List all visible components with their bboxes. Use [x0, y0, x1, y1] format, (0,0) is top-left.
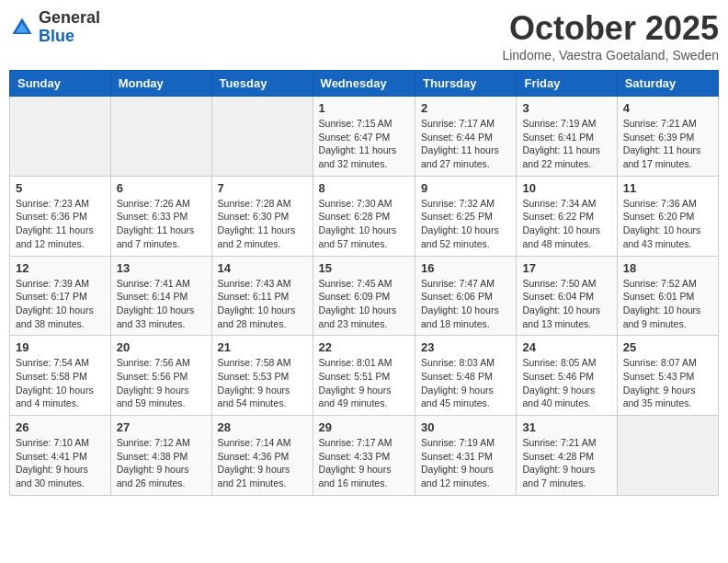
day-info: Sunrise: 8:07 AM Sunset: 5:43 PM Dayligh… [623, 356, 712, 410]
calendar-cell: 23Sunrise: 8:03 AM Sunset: 5:48 PM Dayli… [415, 336, 517, 416]
day-info: Sunrise: 7:39 AM Sunset: 6:17 PM Dayligh… [16, 277, 105, 331]
title-section: October 2025 Lindome, Vaestra Goetaland,… [502, 9, 719, 63]
calendar-week-row: 1Sunrise: 7:15 AM Sunset: 6:47 PM Daylig… [10, 97, 719, 177]
calendar-cell: 22Sunrise: 8:01 AM Sunset: 5:51 PM Dayli… [313, 336, 415, 416]
calendar-week-row: 5Sunrise: 7:23 AM Sunset: 6:36 PM Daylig… [10, 176, 719, 256]
day-number: 26 [16, 420, 105, 434]
calendar-cell: 11Sunrise: 7:36 AM Sunset: 6:20 PM Dayli… [617, 176, 718, 256]
day-number: 24 [522, 340, 610, 354]
day-number: 14 [218, 261, 307, 275]
calendar-cell: 12Sunrise: 7:39 AM Sunset: 6:17 PM Dayli… [10, 256, 111, 336]
day-info: Sunrise: 7:41 AM Sunset: 6:14 PM Dayligh… [117, 277, 206, 331]
calendar-cell: 1Sunrise: 7:15 AM Sunset: 6:47 PM Daylig… [313, 97, 415, 177]
day-info: Sunrise: 7:56 AM Sunset: 5:56 PM Dayligh… [117, 356, 206, 410]
logo-text: General Blue [39, 9, 100, 46]
day-info: Sunrise: 7:19 AM Sunset: 6:41 PM Dayligh… [522, 117, 610, 171]
day-number: 9 [421, 181, 510, 195]
day-info: Sunrise: 7:15 AM Sunset: 6:47 PM Dayligh… [319, 117, 409, 171]
day-number: 4 [623, 101, 712, 115]
day-number: 7 [218, 181, 307, 195]
day-info: Sunrise: 7:43 AM Sunset: 6:11 PM Dayligh… [218, 277, 307, 331]
calendar-cell [617, 416, 718, 496]
day-number: 20 [117, 340, 206, 354]
calendar-cell: 18Sunrise: 7:52 AM Sunset: 6:01 PM Dayli… [617, 256, 718, 336]
calendar-cell: 21Sunrise: 7:58 AM Sunset: 5:53 PM Dayli… [211, 336, 313, 416]
day-number: 29 [319, 420, 409, 434]
weekday-header-thursday: Thursday [415, 71, 517, 97]
day-number: 27 [117, 420, 206, 434]
weekday-header-saturday: Saturday [617, 71, 718, 97]
weekday-header-tuesday: Tuesday [211, 71, 313, 97]
calendar-header-row: SundayMondayTuesdayWednesdayThursdayFrid… [10, 71, 719, 97]
calendar-cell [10, 97, 111, 177]
calendar-cell: 14Sunrise: 7:43 AM Sunset: 6:11 PM Dayli… [211, 256, 313, 336]
day-number: 11 [623, 181, 712, 195]
calendar-cell: 8Sunrise: 7:30 AM Sunset: 6:28 PM Daylig… [313, 176, 415, 256]
calendar-cell: 25Sunrise: 8:07 AM Sunset: 5:43 PM Dayli… [617, 336, 718, 416]
calendar-cell: 24Sunrise: 8:05 AM Sunset: 5:46 PM Dayli… [517, 336, 617, 416]
calendar-cell: 5Sunrise: 7:23 AM Sunset: 6:36 PM Daylig… [10, 176, 111, 256]
weekday-header-wednesday: Wednesday [313, 71, 415, 97]
calendar-cell: 16Sunrise: 7:47 AM Sunset: 6:06 PM Dayli… [415, 256, 517, 336]
day-info: Sunrise: 8:05 AM Sunset: 5:46 PM Dayligh… [522, 356, 610, 410]
day-number: 22 [319, 340, 409, 354]
location-subtitle: Lindome, Vaestra Goetaland, Sweden [502, 48, 719, 63]
calendar-cell: 31Sunrise: 7:21 AM Sunset: 4:28 PM Dayli… [517, 416, 617, 496]
calendar-cell: 3Sunrise: 7:19 AM Sunset: 6:41 PM Daylig… [517, 97, 617, 177]
calendar-cell: 26Sunrise: 7:10 AM Sunset: 4:41 PM Dayli… [10, 416, 111, 496]
day-number: 25 [623, 340, 712, 354]
calendar-week-row: 19Sunrise: 7:54 AM Sunset: 5:58 PM Dayli… [10, 336, 719, 416]
day-info: Sunrise: 7:54 AM Sunset: 5:58 PM Dayligh… [16, 356, 105, 410]
calendar-cell [110, 97, 211, 177]
calendar-week-row: 26Sunrise: 7:10 AM Sunset: 4:41 PM Dayli… [10, 416, 719, 496]
day-number: 12 [16, 261, 105, 275]
day-number: 21 [218, 340, 307, 354]
day-number: 1 [319, 101, 409, 115]
logo: General Blue [9, 9, 100, 46]
calendar-cell: 10Sunrise: 7:34 AM Sunset: 6:22 PM Dayli… [517, 176, 617, 256]
calendar-cell: 4Sunrise: 7:21 AM Sunset: 6:39 PM Daylig… [617, 97, 718, 177]
day-info: Sunrise: 8:01 AM Sunset: 5:51 PM Dayligh… [319, 356, 409, 410]
day-info: Sunrise: 7:14 AM Sunset: 4:36 PM Dayligh… [218, 436, 307, 490]
day-number: 13 [117, 261, 206, 275]
weekday-header-friday: Friday [517, 71, 617, 97]
logo-icon [9, 15, 35, 40]
day-info: Sunrise: 7:17 AM Sunset: 6:44 PM Dayligh… [421, 117, 510, 171]
calendar-cell: 13Sunrise: 7:41 AM Sunset: 6:14 PM Dayli… [110, 256, 211, 336]
calendar-cell: 20Sunrise: 7:56 AM Sunset: 5:56 PM Dayli… [110, 336, 211, 416]
day-info: Sunrise: 7:28 AM Sunset: 6:30 PM Dayligh… [218, 197, 307, 251]
day-number: 28 [218, 420, 307, 434]
day-number: 5 [16, 181, 105, 195]
calendar-cell: 2Sunrise: 7:17 AM Sunset: 6:44 PM Daylig… [415, 97, 517, 177]
day-number: 18 [623, 261, 712, 275]
calendar-cell: 6Sunrise: 7:26 AM Sunset: 6:33 PM Daylig… [110, 176, 211, 256]
weekday-header-monday: Monday [110, 71, 211, 97]
day-info: Sunrise: 7:17 AM Sunset: 4:33 PM Dayligh… [319, 436, 409, 490]
day-number: 23 [421, 340, 510, 354]
weekday-header-sunday: Sunday [10, 71, 111, 97]
calendar-cell: 28Sunrise: 7:14 AM Sunset: 4:36 PM Dayli… [211, 416, 313, 496]
day-info: Sunrise: 7:50 AM Sunset: 6:04 PM Dayligh… [522, 277, 610, 331]
day-info: Sunrise: 7:52 AM Sunset: 6:01 PM Dayligh… [623, 277, 712, 331]
calendar-cell: 15Sunrise: 7:45 AM Sunset: 6:09 PM Dayli… [313, 256, 415, 336]
day-info: Sunrise: 7:12 AM Sunset: 4:38 PM Dayligh… [117, 436, 206, 490]
calendar-week-row: 12Sunrise: 7:39 AM Sunset: 6:17 PM Dayli… [10, 256, 719, 336]
day-info: Sunrise: 7:45 AM Sunset: 6:09 PM Dayligh… [319, 277, 409, 331]
day-number: 16 [421, 261, 510, 275]
day-info: Sunrise: 7:19 AM Sunset: 4:31 PM Dayligh… [421, 436, 510, 490]
calendar-cell [211, 97, 313, 177]
calendar-table: SundayMondayTuesdayWednesdayThursdayFrid… [9, 70, 719, 496]
day-info: Sunrise: 7:58 AM Sunset: 5:53 PM Dayligh… [218, 356, 307, 410]
day-info: Sunrise: 7:47 AM Sunset: 6:06 PM Dayligh… [421, 277, 510, 331]
day-info: Sunrise: 7:30 AM Sunset: 6:28 PM Dayligh… [319, 197, 409, 251]
day-number: 6 [117, 181, 206, 195]
day-info: Sunrise: 7:26 AM Sunset: 6:33 PM Dayligh… [117, 197, 206, 251]
day-info: Sunrise: 7:34 AM Sunset: 6:22 PM Dayligh… [522, 197, 610, 251]
page-header: General Blue October 2025 Lindome, Vaest… [9, 9, 719, 63]
day-info: Sunrise: 8:03 AM Sunset: 5:48 PM Dayligh… [421, 356, 510, 410]
calendar-cell: 30Sunrise: 7:19 AM Sunset: 4:31 PM Dayli… [415, 416, 517, 496]
day-number: 31 [522, 420, 610, 434]
day-number: 19 [16, 340, 105, 354]
day-number: 8 [319, 181, 409, 195]
day-info: Sunrise: 7:21 AM Sunset: 4:28 PM Dayligh… [522, 436, 610, 490]
